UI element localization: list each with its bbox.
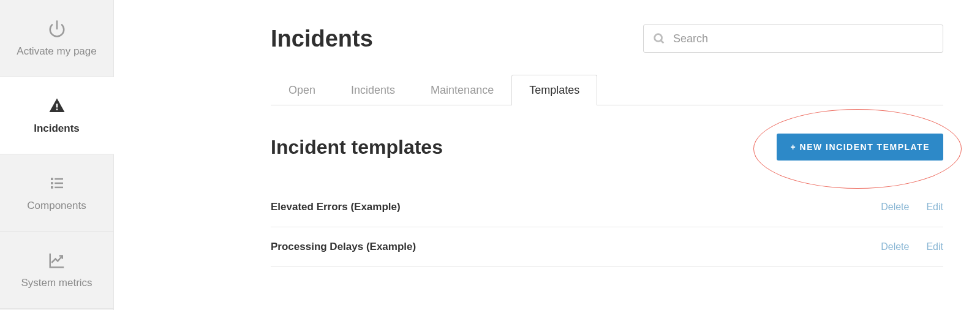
search-icon xyxy=(652,32,666,45)
svg-point-9 xyxy=(655,34,662,42)
template-row: Processing Delays (Example) Delete Edit xyxy=(271,227,943,267)
svg-rect-6 xyxy=(55,182,63,184)
sidebar-item-metrics[interactable]: System metrics xyxy=(0,232,113,309)
svg-line-10 xyxy=(661,40,663,43)
sidebar-item-label: Incidents xyxy=(34,123,80,135)
sidebar-item-label: Components xyxy=(27,200,86,212)
tabs: Open Incidents Maintenance Templates xyxy=(271,75,943,105)
list-icon xyxy=(48,174,66,192)
svg-rect-7 xyxy=(51,186,53,189)
power-icon xyxy=(48,20,66,38)
sidebar-item-label: Activate my page xyxy=(17,45,96,58)
svg-rect-5 xyxy=(51,182,53,184)
template-list: Elevated Errors (Example) Delete Edit Pr… xyxy=(271,187,943,267)
delete-link[interactable]: Delete xyxy=(881,241,909,252)
template-name: Processing Delays (Example) xyxy=(271,241,416,253)
svg-rect-2 xyxy=(56,108,58,110)
sidebar-item-activate[interactable]: Activate my page xyxy=(0,0,113,77)
svg-rect-3 xyxy=(51,178,53,180)
svg-rect-4 xyxy=(55,178,63,180)
page-title: Incidents xyxy=(271,26,373,52)
search-input-wrap[interactable] xyxy=(643,25,943,53)
line-chart-icon xyxy=(48,251,66,270)
tab-incidents[interactable]: Incidents xyxy=(333,75,413,105)
tab-maintenance[interactable]: Maintenance xyxy=(413,75,511,105)
tab-open[interactable]: Open xyxy=(271,75,333,105)
sidebar-item-components[interactable]: Components xyxy=(0,154,113,232)
search-input[interactable] xyxy=(673,32,934,45)
delete-link[interactable]: Delete xyxy=(881,202,909,213)
svg-rect-1 xyxy=(56,104,58,107)
sidebar-item-incidents[interactable]: Incidents xyxy=(0,77,114,154)
template-row: Elevated Errors (Example) Delete Edit xyxy=(271,187,943,227)
sidebar-item-label: System metrics xyxy=(21,277,92,289)
new-incident-template-button[interactable]: + NEW INCIDENT TEMPLATE xyxy=(777,134,943,161)
edit-link[interactable]: Edit xyxy=(926,241,943,252)
sidebar: Activate my page Incidents Component xyxy=(0,0,114,310)
edit-link[interactable]: Edit xyxy=(926,202,943,213)
template-name: Elevated Errors (Example) xyxy=(271,201,401,213)
section-title: Incident templates xyxy=(271,136,443,159)
tab-templates[interactable]: Templates xyxy=(511,75,597,105)
warning-icon xyxy=(48,97,66,115)
main-content: Incidents Open Incidents Maintenance Tem… xyxy=(114,0,980,310)
svg-rect-8 xyxy=(55,186,63,188)
